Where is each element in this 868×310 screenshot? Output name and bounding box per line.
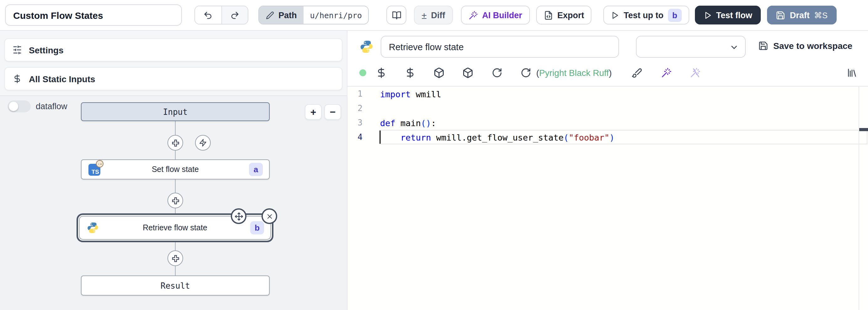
zap-icon [199,139,207,147]
dataflow-toggle[interactable] [7,101,31,112]
ai-builder-label: AI Builder [482,10,522,20]
chevron-down-icon [730,43,739,52]
dataflow-label: dataflow [36,101,67,112]
step-editor-panel: Save to workspace (Pyright Black Ruff) 1… [347,31,868,310]
line-number: 4 [347,133,363,142]
move-step-button[interactable] [231,208,246,224]
export-button[interactable]: Export [536,6,592,25]
overview-ruler-divider [859,87,859,310]
save-draft-button[interactable]: Draft ⌘S [767,6,836,25]
path-button[interactable]: Path u/henri/pro [258,6,369,25]
dollar-icon[interactable] [376,67,387,79]
code-assistants-label[interactable]: (Pyright Black Ruff) [536,68,612,78]
move-icon [234,212,243,221]
undo-icon [204,10,213,20]
dollar-icon[interactable] [405,67,416,79]
plus-cross-icon [171,254,180,263]
ai-builder-button[interactable]: AI Builder [461,6,530,25]
add-step-button[interactable] [167,193,183,208]
export-label: Export [557,10,584,20]
step-summary-input[interactable] [381,36,619,58]
code-line[interactable]: 3def main(): [347,115,868,130]
path-value: u/henri/pro [304,6,368,24]
code-lines: 1import wmill23def main():4 return wmill… [347,87,868,144]
add-step-button[interactable] [167,135,183,150]
test-up-to-step-badge: b [668,8,682,22]
step-id-badge: b [250,221,264,234]
zoom-out-button[interactable]: − [324,104,341,120]
test-up-to-button[interactable]: Test up to b [603,6,689,25]
flow-name-input[interactable] [5,4,182,26]
delete-step-button[interactable] [261,208,277,224]
test-flow-label: Test flow [716,10,752,20]
set-flow-state-node[interactable]: TS Set flow state a [81,160,270,179]
flow-sidebar: Settings All Static Inputs dataflow + − … [0,31,347,310]
static-inputs-label: All Static Inputs [29,74,95,84]
all-static-inputs-button[interactable]: All Static Inputs [4,67,342,90]
code-editor[interactable]: 1import wmill23def main():4 return wmill… [347,87,868,310]
add-trigger-button[interactable] [195,135,211,150]
line-number: 3 [347,118,363,128]
code-line[interactable]: 4 return wmill.get_flow_user_state("foob… [347,130,868,144]
line-number: 2 [347,104,363,113]
settings-label: Settings [29,45,63,55]
diff-label: Diff [431,10,445,20]
code-line[interactable]: 2 [347,101,868,115]
wand-sparkles-icon [468,10,478,20]
top-toolbar: Path u/henri/pro ± Diff AI Builder Expor… [0,0,868,31]
sliders-icon [12,45,22,55]
overview-ruler-cursor-mark [859,128,868,131]
worker-tag-select[interactable] [636,36,746,58]
test-flow-button[interactable]: Test flow [695,6,761,25]
close-icon [266,213,273,220]
diff-button[interactable]: ± Diff [414,6,453,25]
code-line[interactable]: 1import wmill [347,87,868,101]
redo-button[interactable] [221,6,248,24]
docs-button[interactable] [386,6,406,25]
refresh-icon[interactable] [492,67,502,78]
step-id-badge: a [249,163,263,176]
result-node[interactable]: Result [81,276,270,295]
test-up-to-label: Test up to [624,10,663,20]
ai-wand-icon[interactable] [661,67,672,78]
draft-shortcut: ⌘S [814,10,828,20]
play-icon [611,11,619,19]
line-content: return wmill.get_flow_user_state("foobar… [363,132,615,142]
plus-cross-icon [171,138,180,147]
ai-sparkles-muted-icon[interactable] [690,67,701,78]
redo-icon [230,10,240,20]
package-icon[interactable] [433,67,445,79]
pencil-icon [266,11,274,19]
line-content: def main(): [363,118,436,128]
play-icon [704,11,712,19]
library-icon[interactable] [847,67,857,78]
settings-button[interactable]: Settings [4,38,342,61]
toggle-knob [9,102,18,111]
status-dot [360,69,366,76]
zoom-in-button[interactable]: + [305,104,322,120]
step-editor-header: Save to workspace (Pyright Black Ruff) [347,31,868,87]
paintbrush-icon[interactable] [631,67,642,78]
save-to-workspace-label: Save to workspace [773,41,852,51]
add-step-button[interactable] [167,250,183,266]
line-number: 1 [347,89,363,98]
save-icon [758,41,768,51]
path-label-segment: Path [259,6,304,24]
plus-minus-icon: ± [422,10,427,20]
undo-button[interactable] [195,6,221,24]
input-node[interactable]: Input [81,102,270,121]
windmill-flow-editor: Path u/henri/pro ± Diff AI Builder Expor… [0,0,868,310]
refresh-icon[interactable] [521,67,531,78]
editor-toolbar: (Pyright Black Ruff) [347,63,868,82]
save-to-workspace-button[interactable]: Save to workspace [758,41,852,51]
node-title: Set flow state [82,165,269,174]
package-icon[interactable] [462,67,473,79]
draft-label: Draft [790,10,810,20]
path-label: Path [278,10,297,20]
flow-graph: dataflow + − Input TS Set flow state a [0,95,347,310]
plus-cross-icon [171,196,180,205]
undo-redo-group [194,6,248,25]
line-content: import wmill [363,89,441,99]
node-title: Retrieve flow state [80,223,270,232]
dollar-icon [12,74,22,83]
